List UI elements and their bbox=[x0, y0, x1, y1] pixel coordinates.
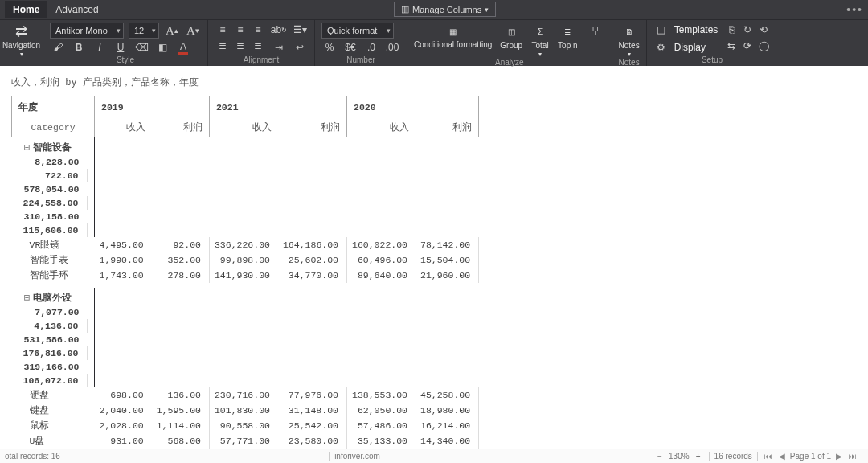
cell[interactable]: 4,136.00 bbox=[18, 319, 88, 333]
cell[interactable]: 336,226.00 bbox=[209, 237, 278, 252]
group-row[interactable]: ⊟电脑外设7,077.004,136.00531,586.00176,816.0… bbox=[12, 288, 95, 387]
currency-button[interactable]: $€ bbox=[342, 40, 358, 55]
cell[interactable]: 60,496.00 bbox=[346, 252, 416, 268]
cell[interactable]: 568.00 bbox=[152, 433, 210, 449]
align-left[interactable]: ≣ bbox=[215, 39, 231, 53]
cell[interactable]: 176,816.00 bbox=[18, 346, 88, 360]
cell[interactable]: 21,960.00 bbox=[416, 268, 479, 283]
cell[interactable]: 92.00 bbox=[152, 237, 210, 252]
increase-font-button[interactable]: A▴ bbox=[164, 23, 180, 38]
cell[interactable]: 224,558.00 bbox=[18, 196, 88, 210]
orientation-button[interactable]: ab↻ bbox=[271, 23, 287, 37]
cell[interactable]: 106,072.00 bbox=[18, 374, 88, 387]
align-right[interactable]: ≣ bbox=[250, 39, 266, 53]
percent-button[interactable]: % bbox=[321, 40, 338, 55]
manage-columns-button[interactable]: ▥ Manage Columns ▾ bbox=[394, 2, 496, 17]
cell[interactable]: 7,077.00 bbox=[18, 305, 88, 319]
cell[interactable]: 310,158.00 bbox=[18, 210, 88, 223]
cell[interactable]: 531,586.00 bbox=[18, 333, 88, 346]
cell[interactable]: 138,553.00 bbox=[346, 387, 416, 403]
cell[interactable]: 35,133.00 bbox=[346, 433, 416, 449]
group-button[interactable]: ◫ Group bbox=[500, 23, 522, 50]
table-row[interactable]: 智能手表1,990.00352.0099,898.0025,602.0060,4… bbox=[12, 252, 479, 268]
cell[interactable]: 578,054.00 bbox=[18, 182, 88, 196]
setup-action-6[interactable]: ◯ bbox=[756, 39, 771, 53]
cell[interactable]: 352.00 bbox=[152, 252, 210, 268]
cell[interactable]: 62,050.00 bbox=[346, 403, 416, 418]
table-row[interactable]: 鼠标2,028.001,114.0090,558.0025,542.0057,4… bbox=[12, 418, 479, 433]
cell[interactable]: 45,258.00 bbox=[416, 387, 479, 403]
italic-button[interactable]: I bbox=[92, 40, 108, 55]
decrease-decimal-button[interactable]: .0 bbox=[363, 40, 379, 55]
cell[interactable]: 16,214.00 bbox=[416, 418, 479, 433]
font-color-button[interactable]: A bbox=[175, 40, 191, 55]
underline-button[interactable]: U bbox=[113, 40, 129, 55]
cell[interactable]: 115,606.00 bbox=[18, 223, 88, 237]
align-top-left[interactable]: ≡ bbox=[215, 23, 231, 37]
cell[interactable]: 89,640.00 bbox=[346, 268, 416, 283]
templates-button[interactable]: ◫Templates bbox=[653, 23, 719, 37]
table-row[interactable]: 硬盘698.00136.00230,716.0077,976.00138,553… bbox=[12, 387, 479, 403]
cell[interactable]: 141,930.00 bbox=[209, 268, 278, 283]
setup-action-4[interactable]: ⇆ bbox=[724, 39, 739, 53]
table-row[interactable]: U盘931.00568.0057,771.0023,580.0035,133.0… bbox=[12, 433, 479, 449]
table-row[interactable]: VR眼镜4,495.0092.00336,226.00164,186.00160… bbox=[12, 237, 479, 252]
cell[interactable]: 25,602.00 bbox=[278, 252, 347, 268]
quick-format-select[interactable]: Quick format bbox=[321, 23, 394, 39]
cell[interactable]: 319,166.00 bbox=[18, 360, 88, 374]
filter-button[interactable]: ⑂ bbox=[586, 23, 605, 40]
tab-home[interactable]: Home bbox=[5, 1, 47, 18]
cell[interactable]: 77,976.00 bbox=[278, 387, 347, 403]
cell[interactable]: 931.00 bbox=[95, 433, 152, 449]
cell[interactable]: 78,142.00 bbox=[416, 237, 479, 252]
cell[interactable]: 90,558.00 bbox=[209, 418, 278, 433]
zoom-in-button[interactable]: + bbox=[693, 452, 704, 461]
cell[interactable]: 2,028.00 bbox=[95, 418, 152, 433]
cell[interactable]: 101,830.00 bbox=[209, 403, 278, 418]
notes-button[interactable]: 🗎 Notes ▾ bbox=[619, 23, 640, 58]
indent-button[interactable]: ⇥ bbox=[271, 40, 287, 55]
page-first-button[interactable]: ⏮ bbox=[763, 452, 774, 461]
cell[interactable]: 4,495.00 bbox=[95, 237, 152, 252]
page-next-button[interactable]: ▶ bbox=[834, 452, 844, 461]
align-top-right[interactable]: ≡ bbox=[250, 23, 266, 37]
fill-color-button[interactable]: ◧ bbox=[154, 40, 170, 55]
cell[interactable]: 23,580.00 bbox=[278, 433, 347, 449]
setup-action-3[interactable]: ⟲ bbox=[756, 23, 771, 37]
page-last-button[interactable]: ⏭ bbox=[847, 452, 858, 461]
cell[interactable]: 14,340.00 bbox=[416, 433, 479, 449]
cell[interactable]: 18,980.00 bbox=[416, 403, 479, 418]
setup-action-5[interactable]: ⟳ bbox=[740, 39, 755, 53]
cell[interactable]: 1,114.00 bbox=[152, 418, 210, 433]
align-top-center[interactable]: ≡ bbox=[232, 23, 248, 37]
cell[interactable]: 15,504.00 bbox=[416, 252, 479, 268]
decrease-font-button[interactable]: A▾ bbox=[185, 23, 201, 38]
display-button[interactable]: ⚙Display bbox=[653, 40, 719, 55]
wrap-button[interactable]: ↩ bbox=[292, 40, 308, 55]
setup-action-2[interactable]: ↻ bbox=[740, 23, 755, 37]
topn-button[interactable]: ≣ Top n bbox=[558, 23, 577, 50]
zoom-out-button[interactable]: − bbox=[654, 452, 665, 461]
conditional-formatting-button[interactable]: ▦ Conditional formatting bbox=[414, 23, 492, 49]
cell[interactable]: 230,716.00 bbox=[209, 387, 278, 403]
increase-decimal-button[interactable]: .00 bbox=[384, 40, 400, 55]
collapse-icon[interactable]: ⊟ bbox=[23, 292, 31, 303]
font-size-select[interactable]: 12 bbox=[129, 23, 159, 39]
cell[interactable]: 164,186.00 bbox=[278, 237, 347, 252]
setup-action-1[interactable]: ⎘ bbox=[724, 23, 739, 37]
cell[interactable]: 2,040.00 bbox=[95, 403, 152, 418]
cell[interactable]: 57,771.00 bbox=[209, 433, 278, 449]
group-row[interactable]: ⊟智能设备8,228.00722.00578,054.00224,558.003… bbox=[12, 137, 95, 237]
table-row[interactable]: 键盘2,040.001,595.00101,830.0031,148.0062,… bbox=[12, 403, 479, 418]
more-menu[interactable]: ••• bbox=[846, 3, 863, 16]
table-row[interactable]: 智能手环1,743.00278.00141,930.0034,770.0089,… bbox=[12, 268, 479, 283]
align-center[interactable]: ≣ bbox=[232, 39, 248, 53]
cell[interactable]: 31,148.00 bbox=[278, 403, 347, 418]
cell[interactable]: 99,898.00 bbox=[209, 252, 278, 268]
total-button[interactable]: Σ Total ▾ bbox=[530, 23, 550, 58]
cell[interactable]: 278.00 bbox=[152, 268, 210, 283]
navigation-button[interactable]: ⇄ Navigation ▾ bbox=[6, 23, 36, 58]
cell[interactable]: 1,595.00 bbox=[152, 403, 210, 418]
tab-advanced[interactable]: Advanced bbox=[47, 1, 106, 18]
clear-format-button[interactable]: ⌫ bbox=[133, 40, 149, 55]
